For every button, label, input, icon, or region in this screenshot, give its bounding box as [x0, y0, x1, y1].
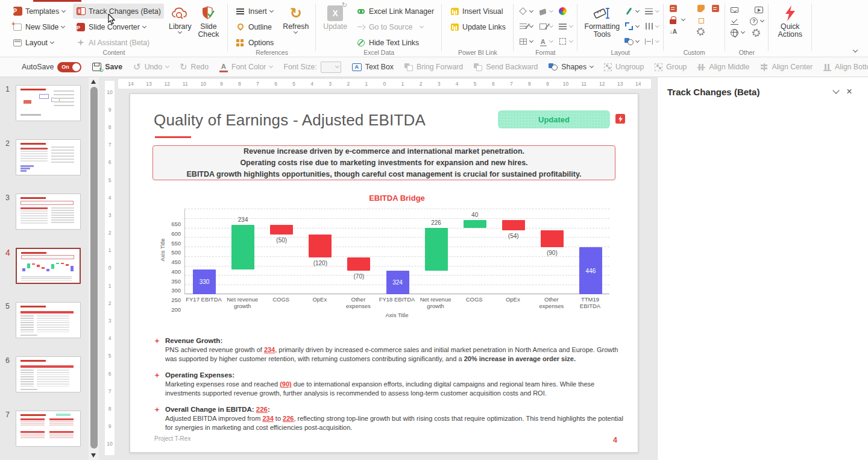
- ebitda-bridge-chart[interactable]: EBITDA Bridge Axis Title 650600550500450…: [154, 194, 624, 325]
- edit-shape-button[interactable]: [538, 22, 553, 31]
- help-button[interactable]: ?: [749, 16, 759, 26]
- thumbnail-scrollbar[interactable]: [89, 77, 99, 460]
- updated-status-badge[interactable]: Updated: [498, 110, 610, 128]
- email-button[interactable]: [730, 5, 740, 14]
- shapes-layout-button[interactable]: [624, 37, 639, 46]
- slide-thumbnail[interactable]: [16, 302, 81, 338]
- bullet-text-block[interactable]: Revenue Growth:PNS achieved revenue grow…: [154, 336, 623, 440]
- slide-canvas[interactable]: Quality of Earnings - Adjusted EBITDA Up…: [130, 93, 638, 453]
- send-backward-button[interactable]: Send Backward: [468, 63, 543, 71]
- slide-thumbnail[interactable]: [16, 248, 81, 284]
- insert-button[interactable]: Insert: [233, 4, 277, 19]
- slide-title[interactable]: Quality of Earnings - Adjusted EBITDA: [154, 111, 426, 130]
- library-button[interactable]: Library: [166, 4, 194, 34]
- redo-button[interactable]: ↻Redo: [174, 61, 214, 72]
- sticky-note-icon: [697, 5, 705, 12]
- slide-check-button[interactable]: Slide Check: [194, 4, 223, 40]
- lock-button[interactable]: [668, 15, 678, 25]
- excel-link-manager-button[interactable]: Excel Link Manager: [353, 4, 437, 19]
- bolt-chip[interactable]: [615, 114, 625, 124]
- category-label: Other expenses: [339, 296, 377, 309]
- slide-thumbnail[interactable]: [16, 194, 81, 230]
- track-changes-button[interactable]: Track Changes (Beta): [73, 4, 164, 19]
- layout-button[interactable]: Layout: [10, 35, 68, 50]
- update-links-button[interactable]: Update Links: [447, 19, 509, 34]
- distribute-horizontal-button[interactable]: [644, 37, 659, 46]
- group-label-content: Content: [0, 49, 228, 56]
- slide-thumbnail[interactable]: [16, 356, 81, 392]
- letter-a-icon: A: [541, 39, 546, 45]
- autosave-toggle[interactable]: On: [57, 62, 81, 72]
- settings-button[interactable]: [696, 27, 706, 36]
- options-button[interactable]: Options: [233, 35, 277, 50]
- align-bottom-button[interactable]: Align Bottom: [818, 63, 868, 71]
- resize-arrows-button[interactable]: [624, 22, 639, 31]
- font-color-button[interactable]: AFont Color: [214, 63, 278, 71]
- group-button[interactable]: Group: [649, 63, 692, 71]
- red-slide2-button[interactable]: [711, 4, 720, 13]
- align-bottom-icon: [823, 63, 831, 71]
- go-to-source-icon: [357, 24, 365, 30]
- sticky-note-button[interactable]: [696, 4, 706, 13]
- resize-format-button[interactable]: [558, 37, 573, 46]
- align-middle-button[interactable]: Align Middle: [692, 63, 755, 71]
- font-format-button[interactable]: A: [538, 37, 553, 46]
- font-size-combobox[interactable]: [321, 61, 341, 73]
- paragraph-format-button[interactable]: [558, 22, 573, 31]
- ai-assistant-button[interactable]: AI Assistant (Beta): [73, 35, 164, 50]
- align-center-button[interactable]: Align Center: [755, 63, 818, 71]
- red-slide-icon: [712, 5, 719, 12]
- duplicate-button[interactable]: [698, 15, 708, 25]
- panel-collapse-button[interactable]: [829, 85, 843, 98]
- shape-insert-button[interactable]: [518, 7, 533, 16]
- distribute-columns-button[interactable]: [644, 22, 659, 31]
- chevron-down-icon: [529, 38, 533, 42]
- outline-button[interactable]: Outline: [233, 19, 277, 34]
- ruler-number: 2: [105, 224, 115, 242]
- align-lines-icon: [645, 8, 653, 14]
- collapse-ribbon-chevron-icon[interactable]: [853, 48, 858, 52]
- scrollbar-thumb[interactable]: [90, 87, 98, 449]
- ribbon-group-references: Insert Outline Options ↻ Refresh Referen…: [228, 0, 316, 57]
- bullet-item: Operating Expenses:Marketing expenses ro…: [154, 371, 623, 397]
- formatting-tools-button[interactable]: Formatting Tools: [582, 4, 622, 40]
- go-to-source-button[interactable]: Go to Source: [353, 19, 437, 34]
- save-button[interactable]: Save: [87, 63, 128, 71]
- paint-bucket-icon: [539, 8, 547, 15]
- new-slide-button[interactable]: New Slide: [10, 19, 68, 34]
- refresh-button[interactable]: ↻ Refresh: [280, 4, 311, 34]
- shapes-button[interactable]: Shapes: [543, 63, 599, 71]
- slide-thumbnail[interactable]: [16, 139, 81, 175]
- eyedropper-button[interactable]: [624, 7, 639, 16]
- update-button[interactable]: X Update: [321, 4, 350, 32]
- table-format-button[interactable]: [518, 37, 533, 46]
- align-text-lines-button[interactable]: [644, 7, 659, 16]
- quick-actions-button[interactable]: Quick Actions: [773, 4, 807, 40]
- hide-links-icon: [357, 39, 365, 46]
- summary-callout-box[interactable]: Revenue increase driven by e-commerce an…: [153, 145, 615, 180]
- scroll-up-arrow-icon[interactable]: [91, 80, 96, 84]
- text-box-button[interactable]: AText Box: [347, 63, 399, 71]
- eyedropper-icon: [626, 7, 632, 14]
- language-button[interactable]: [730, 28, 740, 37]
- ungroup-button[interactable]: Ungroup: [599, 63, 649, 71]
- color-wheel-button[interactable]: [558, 7, 573, 16]
- templates-button[interactable]: Templates: [10, 4, 68, 19]
- slide-thumbnail[interactable]: [16, 85, 81, 121]
- sort-alpha-button[interactable]: ↓A: [668, 27, 678, 36]
- other-settings-button[interactable]: [752, 28, 761, 37]
- insert-visual-button[interactable]: Insert Visual: [447, 4, 509, 19]
- scroll-down-arrow-icon[interactable]: [91, 453, 96, 458]
- slide-converter-button[interactable]: Slide Converter: [73, 19, 164, 34]
- fill-color-button[interactable]: [538, 7, 553, 16]
- undo-button[interactable]: ↺Undo: [128, 61, 174, 72]
- check-button[interactable]: [730, 16, 740, 26]
- slide-thumbnail[interactable]: [16, 411, 81, 447]
- panel-close-button[interactable]: ×: [843, 85, 856, 98]
- red-slide-button[interactable]: [668, 4, 678, 13]
- list-format-button[interactable]: [518, 22, 533, 31]
- hide-text-links-button[interactable]: Hide Text Links: [353, 35, 437, 50]
- bring-forward-button[interactable]: Bring Forward: [399, 63, 468, 71]
- presentation-mode-button[interactable]: [754, 5, 764, 14]
- horizontal-ruler: 141312111098765432101234567891011121314: [118, 79, 651, 89]
